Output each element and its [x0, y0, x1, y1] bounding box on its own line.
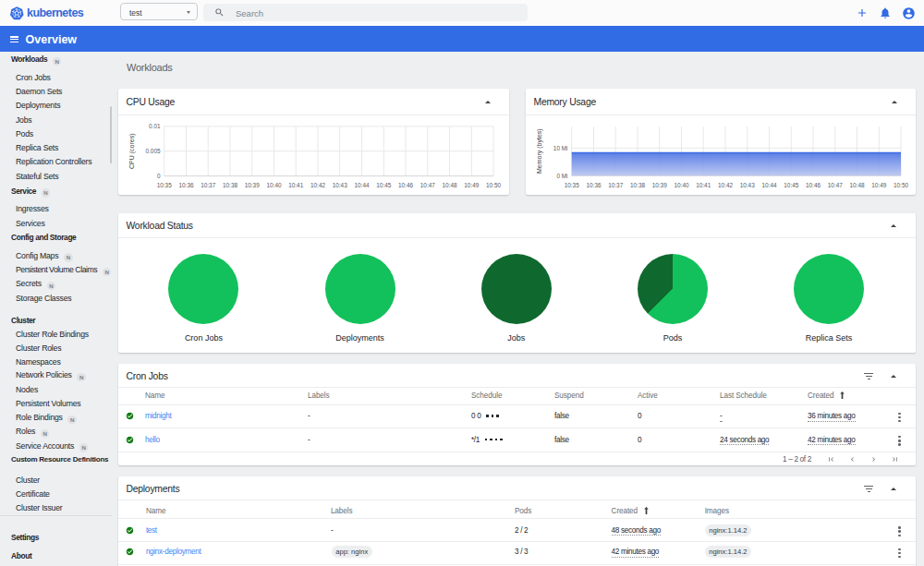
- svg-text:10:40: 10:40: [267, 182, 282, 188]
- svg-text:10 Mi: 10 Mi: [553, 145, 568, 151]
- svg-text:Memory (bytes): Memory (bytes): [536, 128, 543, 174]
- svg-text:10:49: 10:49: [464, 182, 479, 188]
- svg-text:10:42: 10:42: [310, 182, 325, 188]
- svg-text:10:48: 10:48: [850, 182, 865, 188]
- svg-text:10:40: 10:40: [675, 182, 689, 188]
- svg-text:10:44: 10:44: [762, 182, 777, 188]
- svg-text:10:47: 10:47: [828, 182, 843, 188]
- svg-text:10:48: 10:48: [443, 182, 457, 188]
- svg-text:10:45: 10:45: [376, 182, 391, 188]
- svg-text:10:44: 10:44: [355, 182, 370, 188]
- svg-text:10:46: 10:46: [398, 182, 413, 188]
- svg-text:0: 0: [157, 173, 161, 179]
- svg-text:0.005: 0.005: [146, 148, 161, 154]
- svg-text:CPU (cores): CPU (cores): [128, 133, 136, 169]
- svg-text:10:46: 10:46: [806, 182, 821, 188]
- svg-text:10:39: 10:39: [245, 182, 260, 188]
- svg-text:10:43: 10:43: [740, 182, 755, 188]
- svg-text:10:41: 10:41: [288, 182, 303, 188]
- svg-text:0 Mi: 0 Mi: [556, 173, 567, 179]
- svg-text:10:43: 10:43: [333, 182, 347, 188]
- svg-text:10:36: 10:36: [179, 182, 194, 188]
- svg-text:10:42: 10:42: [718, 182, 733, 188]
- svg-text:10:36: 10:36: [587, 182, 602, 188]
- svg-text:10:39: 10:39: [652, 182, 667, 188]
- svg-text:10:50: 10:50: [894, 182, 908, 188]
- svg-text:10:37: 10:37: [608, 182, 623, 188]
- svg-text:10:37: 10:37: [201, 182, 215, 188]
- svg-text:10:35: 10:35: [157, 182, 172, 188]
- svg-text:10:38: 10:38: [630, 182, 645, 188]
- svg-text:10:41: 10:41: [696, 182, 711, 188]
- svg-text:10:38: 10:38: [223, 182, 237, 188]
- svg-text:10:35: 10:35: [565, 182, 579, 188]
- svg-text:10:45: 10:45: [784, 182, 798, 188]
- svg-text:0.01: 0.01: [149, 123, 161, 129]
- svg-text:10:50: 10:50: [486, 182, 501, 188]
- svg-text:10:47: 10:47: [420, 182, 435, 188]
- svg-text:10:49: 10:49: [871, 182, 886, 188]
